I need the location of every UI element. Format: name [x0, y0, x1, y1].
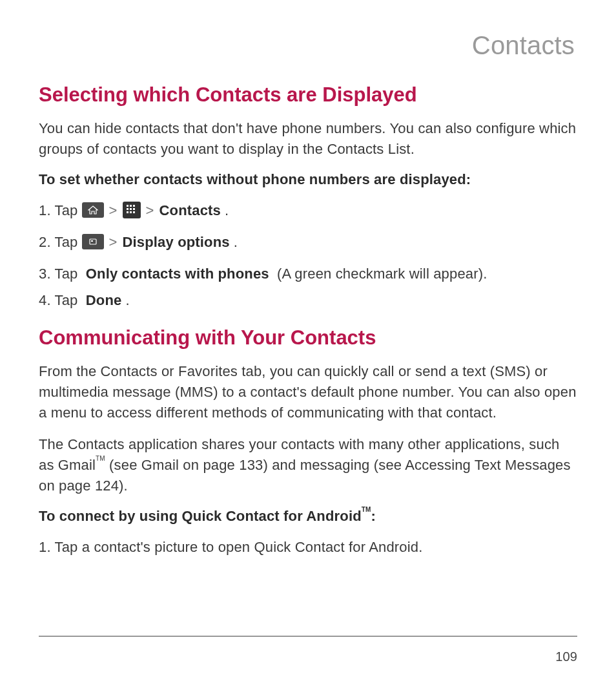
svg-rect-3 — [127, 208, 128, 210]
svg-rect-1 — [130, 205, 132, 207]
section1-subhead: To set whether contacts without phone nu… — [39, 171, 577, 188]
menu-icon — [82, 234, 104, 249]
page-header-title: Contacts — [39, 31, 575, 60]
svg-rect-8 — [133, 211, 135, 213]
section1-intro: You can hide contacts that don't have ph… — [39, 118, 577, 160]
step2-prefix: 2. Tap — [39, 231, 78, 253]
step3-suffix: (A green checkmark will appear). — [273, 266, 488, 282]
sep-icon-2: > — [145, 200, 156, 221]
page-footer: 109 — [39, 636, 577, 664]
step4-prefix: 4. Tap — [39, 292, 78, 308]
section-heading-communicating: Communicating with Your Contacts — [39, 326, 577, 350]
p2-part-b: (see Gmail on page 133) and messaging (s… — [39, 457, 571, 494]
section2-step-1: 1. Tap a contact's picture to open Quick… — [39, 536, 577, 558]
svg-rect-5 — [133, 208, 135, 210]
step1-contacts-label: Contacts — [159, 200, 221, 221]
section-heading-selecting: Selecting which Contacts are Displayed — [39, 83, 577, 107]
section2-p2: The Contacts application shares your con… — [39, 434, 577, 496]
svg-rect-4 — [130, 208, 132, 210]
section2-p1: From the Contacts or Favorites tab, you … — [39, 361, 577, 423]
tm-icon-1: TM — [96, 455, 105, 462]
subhead-part-a: To connect by using Quick Contact for An… — [39, 508, 362, 524]
step4-done-label: Done — [86, 292, 122, 308]
step-4: 4. Tap Done. — [39, 289, 577, 311]
section2-step1-text: 1. Tap a contact's picture to open Quick… — [39, 539, 422, 555]
step4-period: . — [125, 292, 129, 308]
step2-display-options-label: Display options — [123, 231, 230, 253]
step1-period: . — [225, 200, 229, 221]
svg-rect-6 — [127, 211, 128, 213]
tm-icon-2: TM — [362, 506, 371, 513]
section2-subhead: To connect by using Quick Contact for An… — [39, 508, 577, 525]
page-number: 109 — [555, 649, 577, 664]
section1-steps: 1. Tap > > Contacts. 2. Tap > Display op… — [39, 200, 577, 311]
step-2: 2. Tap > Display options. — [39, 231, 577, 253]
sep-icon-1: > — [108, 200, 119, 221]
step3-prefix: 3. Tap — [39, 266, 78, 282]
apps-grid-icon — [123, 202, 141, 218]
step1-prefix: 1. Tap — [39, 200, 78, 221]
section2-steps: 1. Tap a contact's picture to open Quick… — [39, 536, 577, 558]
svg-rect-7 — [130, 211, 132, 213]
sep-icon-3: > — [108, 231, 119, 253]
step-1: 1. Tap > > Contacts. — [39, 200, 577, 221]
svg-rect-2 — [133, 205, 135, 207]
svg-rect-0 — [127, 205, 128, 207]
step3-only-contacts-label: Only contacts with phones — [86, 266, 269, 282]
svg-rect-10 — [91, 240, 93, 242]
home-icon — [82, 202, 104, 218]
step-3: 3. Tap Only contacts with phones (A gree… — [39, 263, 577, 284]
step2-period: . — [234, 231, 238, 253]
subhead-part-b: : — [371, 508, 376, 524]
